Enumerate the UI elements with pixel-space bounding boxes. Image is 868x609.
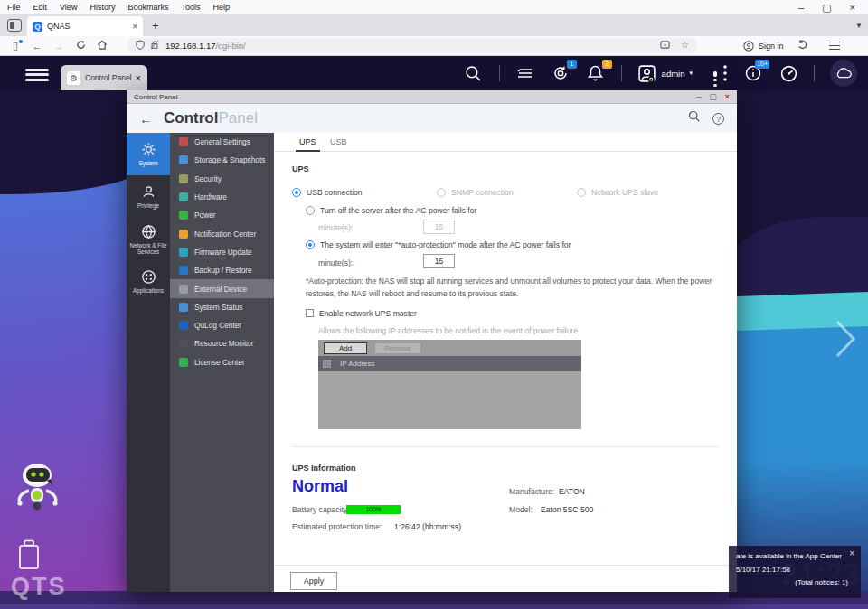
taskbar-tab-close-icon[interactable]: × — [136, 72, 141, 83]
back-arrow-icon[interactable]: ← — [139, 111, 153, 126]
notices-info-icon[interactable]: 10+ — [743, 63, 763, 83]
window-titlebar[interactable]: Control Panel – ▢ × — [127, 90, 737, 104]
ups-information-title: UPS Information — [292, 464, 356, 473]
list-tabs-chevron-icon[interactable]: ▼ — [855, 22, 863, 30]
tab-usb[interactable]: USB — [330, 137, 347, 146]
select-all-checkbox[interactable] — [323, 360, 331, 368]
myqnapcloud-icon[interactable] — [830, 60, 857, 87]
panel-search-icon[interactable] — [688, 110, 701, 126]
battery-label: Battery capacity: — [292, 505, 350, 514]
gear-icon: ⚙ — [67, 71, 80, 85]
bookmark-star-icon[interactable]: ☆ — [681, 40, 689, 52]
control-panel-taskbar-tab[interactable]: ⚙ Control Panel × — [61, 65, 147, 90]
menu-item-security[interactable]: Security — [170, 170, 274, 188]
menu-item-external-device[interactable]: External Device — [170, 279, 274, 297]
menu-item-power[interactable]: Power — [170, 206, 274, 224]
next-desktop-chevron-icon[interactable] — [832, 318, 859, 361]
checkbox-network-ups-master[interactable]: Enable network UPS master — [306, 309, 417, 318]
new-tab-button[interactable]: + — [152, 19, 159, 33]
add-button[interactable]: Add — [324, 342, 367, 354]
remote-sync-icon[interactable]: 1 — [551, 63, 571, 83]
ip-table-empty-body — [318, 371, 581, 429]
sign-in-button[interactable]: Sign in — [743, 41, 784, 52]
globe-icon — [179, 248, 188, 257]
home-icon[interactable] — [94, 40, 110, 52]
menu-file[interactable]: File — [7, 3, 21, 12]
menu-item-system-status[interactable]: System Status — [170, 298, 274, 316]
dashboard-gauge-icon[interactable] — [778, 63, 798, 83]
reload-icon[interactable] — [72, 40, 89, 52]
rail-item-applications[interactable]: Applications — [127, 260, 170, 303]
chip-icon — [179, 192, 188, 201]
search-icon[interactable] — [464, 63, 484, 83]
save-page-icon[interactable] — [660, 40, 670, 52]
resource-icon — [179, 339, 188, 348]
rail-item-network-file-services[interactable]: Network & File Services — [127, 218, 170, 260]
menu-help[interactable]: Help — [212, 3, 230, 12]
browser-minimize-button[interactable]: – — [798, 2, 804, 13]
rail-item-system[interactable]: System — [127, 133, 170, 175]
menu-tools[interactable]: Tools — [181, 3, 200, 12]
checkbox-icon[interactable] — [306, 309, 314, 317]
user-menu[interactable]: admin ▾ — [637, 63, 693, 83]
minutes-input-disabled[interactable] — [423, 220, 455, 234]
radio-auto-protection[interactable]: The system will enter "*auto-protection"… — [306, 240, 571, 249]
menu-item-firmware-update[interactable]: Firmware Update — [170, 243, 274, 261]
radio-icon[interactable] — [577, 188, 586, 197]
menu-item-license-center[interactable]: License Center — [170, 353, 274, 371]
menu-item-qulog-center[interactable]: QuLog Center — [170, 316, 274, 334]
notification-toast[interactable]: × ate is available in the App Center 5/1… — [729, 546, 861, 598]
browser-menu-icon[interactable] — [829, 39, 840, 52]
radio-turn-off-server[interactable]: Turn off the server after the AC power f… — [306, 206, 476, 215]
notifications-bell-icon[interactable]: 2 — [586, 63, 606, 83]
help-icon[interactable]: ? — [712, 113, 724, 125]
radio-icon[interactable] — [306, 240, 315, 249]
back-icon[interactable]: ← — [29, 41, 45, 52]
restore-session-icon[interactable] — [795, 40, 811, 52]
menu-bookmarks[interactable]: Bookmarks — [127, 3, 168, 12]
library-icon[interactable]: ▯ — [7, 40, 24, 52]
menu-item-notification-center[interactable]: Notification Center — [170, 224, 274, 242]
menu-item-backup-restore[interactable]: Backup / Restore — [170, 261, 274, 279]
main-menu-icon[interactable] — [25, 66, 49, 83]
menu-item-hardware[interactable]: Hardware — [170, 188, 274, 206]
remove-button[interactable]: Remove — [374, 342, 421, 354]
menu-view[interactable]: View — [60, 3, 77, 12]
shield-icon[interactable] — [136, 40, 145, 52]
radio-icon[interactable] — [292, 188, 301, 197]
window-maximize-icon[interactable]: ▢ — [709, 92, 717, 101]
menu-item-resource-monitor[interactable]: Resource Monitor — [170, 334, 274, 352]
background-tasks-icon[interactable] — [515, 63, 535, 83]
browser-maximize-button[interactable]: ▢ — [822, 2, 831, 14]
window-minimize-icon[interactable]: – — [696, 92, 701, 101]
insecure-lock-icon[interactable] — [150, 40, 159, 52]
window-close-icon[interactable]: × — [725, 92, 730, 101]
radio-snmp-connection[interactable]: SNMP connection — [437, 188, 514, 197]
more-options-icon[interactable] — [708, 63, 728, 83]
radio-network-ups-slave[interactable]: Network UPS slave — [577, 188, 658, 197]
rail-item-privilege[interactable]: Privilege — [127, 175, 170, 218]
menu-history[interactable]: History — [90, 3, 115, 12]
browser-close-button[interactable]: × — [850, 2, 855, 13]
menu-item-general-settings[interactable]: General Settings — [170, 133, 274, 151]
firefox-view-icon[interactable] — [7, 19, 22, 32]
apply-button[interactable]: Apply — [290, 572, 337, 590]
tab-close-icon[interactable]: × — [132, 22, 137, 32]
radio-icon[interactable] — [437, 188, 446, 197]
menu-item-storage-snapshots[interactable]: Storage & Snapshots — [170, 151, 274, 169]
browser-tab-qnas[interactable]: Q QNAS × — [27, 16, 143, 36]
radio-icon[interactable] — [306, 206, 315, 215]
tab-ups[interactable]: UPS — [299, 137, 316, 146]
radio-usb-connection[interactable]: USB connection — [292, 188, 363, 197]
menu-item-label: System Status — [194, 303, 243, 312]
toast-close-icon[interactable]: × — [849, 548, 854, 558]
estimated-time-label: Estimated protection time: — [292, 522, 382, 531]
menu-edit[interactable]: Edit — [33, 3, 48, 12]
manufacture-value: EATON — [559, 487, 585, 496]
forward-icon[interactable]: → — [51, 41, 67, 52]
lock-icon — [179, 174, 188, 183]
robot-mascot-icon[interactable] — [13, 461, 65, 540]
url-bar[interactable]: 192.168.1.17/cgi-bin/ ☆ — [128, 38, 696, 53]
recycle-bin-icon[interactable] — [16, 539, 43, 575]
minutes-input[interactable] — [423, 254, 455, 268]
